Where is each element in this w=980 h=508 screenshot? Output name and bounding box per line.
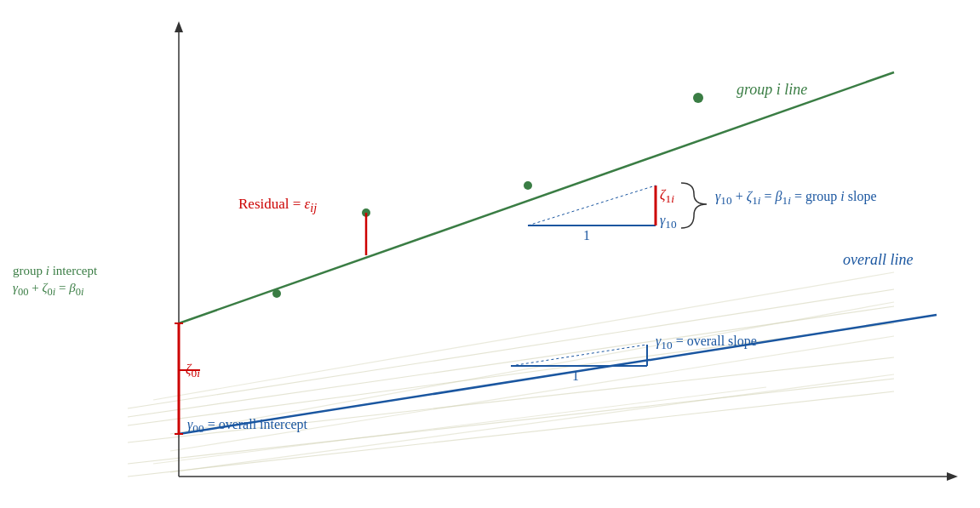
gamma-10-lower-label: γ10 = overall slope — [656, 334, 757, 352]
svg-marker-14 — [947, 472, 958, 481]
group-i-intercept-label: group i intercept — [13, 264, 97, 278]
overall-intercept-label: γ00 = overall intercept — [187, 417, 307, 436]
svg-point-24 — [693, 93, 703, 103]
svg-point-23 — [524, 181, 532, 190]
chart-container: group i line overall line Residual = εij… — [0, 0, 980, 508]
svg-marker-13 — [175, 21, 183, 32]
intercept-formula-label: γ00 + ζ0i = β0i — [13, 281, 83, 299]
slope-formula-label: γ10 + ζ1i = β1i = group i slope — [715, 189, 877, 208]
zeta-0i-label: ζ0i — [186, 362, 200, 380]
gamma-10-upper-label: γ10 — [660, 213, 677, 231]
diagram-svg — [0, 0, 980, 508]
svg-line-7 — [170, 302, 894, 434]
svg-line-28 — [528, 186, 656, 225]
one-lower-label: 1 — [572, 368, 579, 384]
zeta-1i-label: ζ1i — [660, 187, 674, 206]
one-upper-label: 1 — [583, 228, 590, 243]
overall-line-label: overall line — [843, 251, 913, 269]
group-i-line-label: group i line — [736, 81, 807, 99]
residual-label: Residual = εij — [238, 196, 317, 215]
svg-line-3 — [128, 289, 894, 408]
svg-point-25 — [272, 289, 281, 298]
